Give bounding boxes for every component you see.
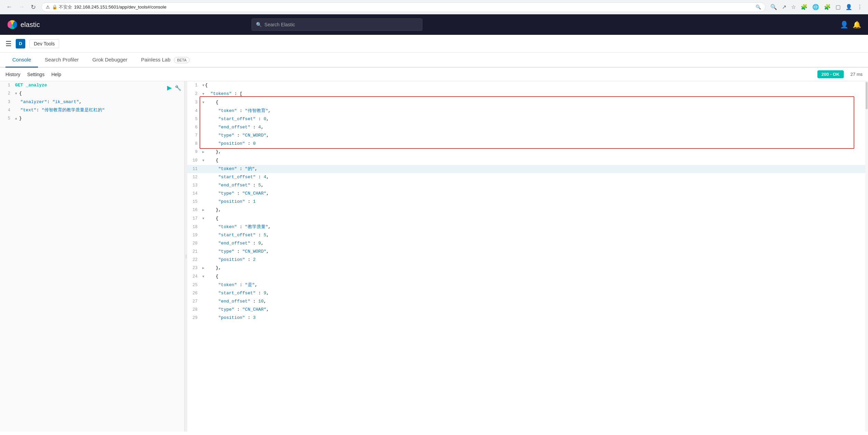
editor-line-4: 4 "text": "传智教育的教学质量是杠杠的" [0,106,184,114]
elastic-logo-icon [7,19,18,30]
output-line-28: 28 "type" : "CN_CHAR", [187,306,868,314]
beta-badge: BETA [174,57,190,63]
editor-line-5: 5 ▲ } [0,114,184,123]
panel-resizer[interactable]: ⁞ [185,81,187,432]
output-line-13: 13 "end_offset" : 5, [187,181,868,190]
elastic-logo: elastic [7,19,40,30]
output-line-10: 10 { [187,156,868,165]
settings-button[interactable]: 🔧 [175,84,181,92]
browser-nav: ← → ↻ [4,2,38,12]
zoom-icon[interactable]: 🔍 [769,2,778,12]
line-content: "text": "传智教育的教学质量是杠杠的" [14,107,184,114]
search-placeholder: Search Elastic [265,22,295,27]
notification-icon[interactable]: 🔔 [853,20,861,29]
app-bar-right: 👤 🔔 [840,20,861,29]
translate-icon[interactable]: 🌐 [811,2,820,12]
toolbar: History Settings Help 200 - OK 27 ms [0,68,868,81]
hamburger-menu[interactable]: ☰ [5,40,12,48]
output-line-16: 16 }, [187,206,868,214]
svg-point-2 [8,21,12,28]
settings-button[interactable]: Settings [27,72,45,77]
output-line-27: 27 "end_offset" : 10, [187,297,868,306]
line-number: 5 [0,115,14,122]
line-content: "analyzer": "ik_smart", [14,98,184,106]
time-badge: 27 ms [851,72,863,77]
output-line-3: 3 { [187,98,868,107]
tab-console[interactable]: Console [5,53,38,68]
run-button[interactable]: ▶ [167,84,172,92]
collapse-icon[interactable] [202,266,204,270]
history-button[interactable]: History [5,72,21,77]
collapse-icon[interactable] [202,84,204,87]
tab-search-profiler[interactable]: Search Profiler [38,53,85,68]
output-line-6: 6 "end_offset" : 4, [187,123,868,131]
collapse-icon[interactable] [202,217,204,221]
url-text: 192.168.245.151:5601/app/dev_tools#/cons… [74,4,754,10]
collapse-icon[interactable] [202,101,204,104]
scrollbar-track[interactable] [865,81,868,432]
line-number: 1 [0,82,14,89]
search-icon: 🔍 [756,4,761,10]
secondary-bar: ☰ D Dev Tools [0,35,868,53]
output-line-26: 26 "start_offset" : 9, [187,289,868,297]
window-icon[interactable]: ▢ [834,2,842,12]
collapse-icon[interactable] [202,275,204,279]
output-line-21: 21 "type" : "CN_WORD", [187,248,868,256]
tab-bar: Console Search Profiler Grok Debugger Pa… [0,53,868,68]
output-panel[interactable]: 1 { 2 "tokens" : [ 3 { 4 "token" : "传智教育… [187,81,868,432]
bookmark-icon[interactable]: ☆ [790,2,797,12]
output-line-17: 17 { [187,214,868,223]
editor-line-2: 2 ▼ { [0,89,184,98]
editor-panel[interactable]: ▶ 🔧 1 GET _analyze 2 ▼ { 3 "analyzer": "… [0,81,185,432]
share-icon[interactable]: ↗ [781,2,788,12]
search-icon: 🔍 [256,22,262,27]
line-content: GET _analyze [14,82,184,89]
menu-icon[interactable]: ⋮ [856,2,864,12]
main-content: ▶ 🔧 1 GET _analyze 2 ▼ { 3 "analyzer": "… [0,81,868,432]
svg-point-3 [13,21,17,28]
collapse-icon[interactable] [202,159,204,163]
output-line-29: 29 "position" : 3 [187,314,868,322]
output-line-8: 8 "position" : 0 [187,140,868,148]
output-line-9: 9 }, [187,148,868,156]
line-number: 2 [0,90,14,97]
output-line-23: 23 }, [187,264,868,272]
output-line-24: 24 { [187,272,868,281]
user-avatar: D [16,39,25,48]
editor-line-3: 3 "analyzer": "ik_smart", [0,98,184,106]
collapse-icon[interactable] [202,150,204,154]
output-line-5: 5 "start_offset" : 0, [187,115,868,123]
app-bar: elastic 🔍 Search Elastic 👤 🔔 [0,14,868,35]
output-line-20: 20 "end_offset" : 9, [187,239,868,248]
editor-actions: ▶ 🔧 [167,84,181,92]
address-bar[interactable]: ⚠ 🔒 不安全 192.168.245.151:5601/app/dev_too… [41,2,765,12]
reload-button[interactable]: ↻ [29,2,38,12]
output-line-12: 12 "start_offset" : 4, [187,173,868,181]
scrollbar-thumb[interactable] [866,82,868,109]
output-line-11: 11 "token" : "的", [187,165,868,173]
output-line-1: 1 { [187,81,868,90]
tab-painless-lab[interactable]: Painless Lab BETA [134,53,196,68]
security-label: 🔒 不安全 [52,4,72,10]
collapse-icon[interactable] [202,208,204,212]
dev-tools-badge[interactable]: Dev Tools [29,39,59,48]
browser-bar: ← → ↻ ⚠ 🔒 不安全 192.168.245.151:5601/app/d… [0,0,868,14]
help-button[interactable]: Help [51,72,61,77]
global-search[interactable]: 🔍 Search Elastic [252,18,422,31]
forward-button[interactable]: → [16,2,27,12]
extension-icon[interactable]: 🧩 [799,2,809,12]
browser-actions: 🔍 ↗ ☆ 🧩 🌐 🧩 ▢ 👤 ⋮ [769,2,864,12]
output-line-2: 2 "tokens" : [ [187,90,868,98]
output-line-25: 25 "token" : "是", [187,281,868,289]
editor-line-1: 1 GET _analyze [0,81,184,89]
puzzle-icon[interactable]: 🧩 [823,2,832,12]
user-icon[interactable]: 👤 [840,20,849,29]
status-badge: 200 - OK [817,70,844,78]
output-line-22: 22 "position" : 2 [187,256,868,264]
profile-icon[interactable]: 👤 [844,2,854,12]
logo-text: elastic [21,21,40,29]
back-button[interactable]: ← [4,2,14,12]
collapse-icon[interactable] [202,92,204,96]
line-content: ▲ } [14,115,184,123]
tab-grok-debugger[interactable]: Grok Debugger [85,53,134,68]
